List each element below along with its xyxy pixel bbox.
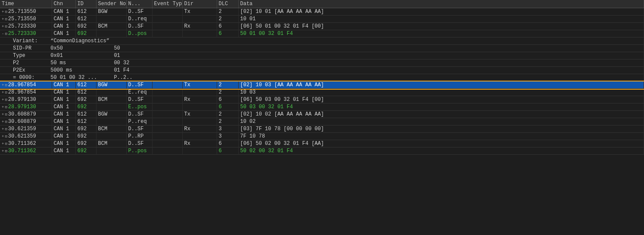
cell-time: -⊡25.723330 <box>0 30 52 38</box>
cell-sender: BCM <box>96 23 126 30</box>
col-n[interactable]: N... <box>126 0 152 8</box>
table-row[interactable]: +⊡28.967854 CAN 1 612 E..req 2 10 03 <box>0 89 644 96</box>
expand-icon[interactable]: + <box>2 98 4 102</box>
expand-icon[interactable]: + <box>2 113 4 117</box>
cell-event <box>152 8 182 16</box>
cell-data: 7F 10 78 <box>238 133 644 140</box>
cell-chn: CAN 1 <box>52 81 75 89</box>
cell-sender: BGW <box>96 81 126 89</box>
table-row[interactable]: +⊡25.713550 CAN 1 612 BGW D..SF Tx 2 [02… <box>0 8 644 16</box>
table-row[interactable]: P2 50 ms 00 32 <box>0 60 644 67</box>
cell-event <box>152 96 182 103</box>
table-row[interactable]: +⊡28.979130 CAN 1 692 E..pos 6 50 03 00 … <box>0 103 644 111</box>
cell-dir: Tx <box>182 8 217 16</box>
can-icon: ⊡ <box>5 120 7 124</box>
cell-n: D..pos <box>126 30 152 38</box>
table-row[interactable]: +⊡25.713550 CAN 1 612 D..req 2 10 01 <box>0 16 644 23</box>
cell-n: P..req <box>126 118 152 125</box>
can-icon: ⊡ <box>5 113 7 117</box>
cell-dlc: 2 <box>217 16 238 23</box>
cell-dlc: 2 <box>217 111 238 118</box>
table-row[interactable]: SID-PR 0x50 50 <box>0 45 644 52</box>
cell-n: D..SF <box>126 111 152 118</box>
col-sender[interactable]: Sender Node <box>96 0 126 8</box>
col-time[interactable]: Time <box>0 0 52 8</box>
cell-chn: CAN 1 <box>52 133 75 140</box>
table-row[interactable]: = 0000: 50 01 00 32 ... P..2.. <box>0 74 644 81</box>
cell-sender: BCM <box>96 96 126 103</box>
cell-id: 692 <box>75 23 96 30</box>
cell-dir: Rx <box>182 125 217 133</box>
cell-dir: Tx <box>182 81 217 89</box>
expand-icon[interactable]: + <box>2 127 4 132</box>
cell-n: D..SF <box>126 81 152 89</box>
cell-event <box>152 30 182 38</box>
table-row[interactable]: +⊡30.608879 CAN 1 612 BGW D..SF Tx 2 [02… <box>0 111 644 118</box>
table-row[interactable]: +⊡25.723330 CAN 1 692 BCM D..SF Rx 6 [06… <box>0 23 644 30</box>
expand-icon[interactable]: + <box>2 10 4 14</box>
cell-time: +⊡28.967854 <box>0 89 52 96</box>
expand-icon[interactable]: + <box>2 135 4 139</box>
table-row[interactable]: +⊡30.711362 CAN 1 692 P..pos 6 50 02 00 … <box>0 147 644 155</box>
cell-dlc: 6 <box>217 103 238 111</box>
expand-icon[interactable]: - <box>2 32 4 36</box>
main-table-container: Time Chn ID Sender Node N... Event Type … <box>0 0 644 235</box>
table-row[interactable]: Type 0x01 01 <box>0 52 644 60</box>
cell-sender <box>96 103 126 111</box>
cell-time: +⊡25.723330 <box>0 23 52 30</box>
table-row[interactable]: P2Ex 5000 ms 01 F4 <box>0 67 644 74</box>
cell-time: +⊡25.713550 <box>0 8 52 16</box>
cell-dir: Tx <box>182 111 217 118</box>
table-row[interactable]: +⊡28.979130 CAN 1 692 BCM D..SF Rx 6 [06… <box>0 96 644 103</box>
cell-dir <box>182 103 217 111</box>
cell-time: +⊡30.621359 <box>0 125 52 133</box>
cell-time: +⊡30.711362 <box>0 140 52 147</box>
expand-icon[interactable]: + <box>2 149 4 154</box>
table-row[interactable]: +⊡30.621359 CAN 1 692 BCM D..SF Rx 3 [03… <box>0 125 644 133</box>
table-row[interactable]: +⊡30.621359 CAN 1 692 P..RP 3 7F 10 78 <box>0 133 644 140</box>
cell-sender <box>96 89 126 96</box>
cell-dir <box>182 89 217 96</box>
cell-event <box>152 111 182 118</box>
cell-data: 10 01 <box>238 16 644 23</box>
cell-n: D..SF <box>126 96 152 103</box>
cell-data: [06] 50 01 00 32 01 F4 [00] <box>238 23 644 30</box>
cell-event <box>152 133 182 140</box>
cell-chn: CAN 1 <box>52 30 75 38</box>
cell-n: P..pos <box>126 147 152 155</box>
col-dir[interactable]: Dir <box>182 0 217 8</box>
cell-sender: BCM <box>96 125 126 133</box>
can-icon: ⊡ <box>5 135 7 139</box>
cell-chn: CAN 1 <box>52 16 75 23</box>
cell-chn: CAN 1 <box>52 8 75 16</box>
col-id[interactable]: ID <box>75 0 96 8</box>
expand-icon[interactable]: + <box>2 105 4 110</box>
cell-event <box>152 89 182 96</box>
cell-id: 692 <box>75 133 96 140</box>
cell-dlc: 6 <box>217 30 238 38</box>
expand-icon[interactable]: + <box>2 120 4 124</box>
detail-label: Variant: “CommonDiagnostics” <box>0 38 644 45</box>
expand-icon[interactable]: + <box>2 25 4 29</box>
expand-icon[interactable]: + <box>2 142 4 146</box>
cell-time: +⊡30.608879 <box>0 118 52 125</box>
cell-sender <box>96 147 126 155</box>
cell-id: 692 <box>75 96 96 103</box>
table-row[interactable]: +⊡30.711362 CAN 1 692 BCM D..SF Rx 6 [06… <box>0 140 644 147</box>
table-body: +⊡25.713550 CAN 1 612 BGW D..SF Tx 2 [02… <box>0 8 644 155</box>
table-row[interactable]: +⊡28.967854 CAN 1 612 BGW D..SF Tx 2 [02… <box>0 81 644 89</box>
expand-icon[interactable]: + <box>2 91 4 95</box>
cell-data: 10 03 <box>238 89 644 96</box>
cell-dlc: 3 <box>217 133 238 140</box>
table-row[interactable]: +⊡30.608879 CAN 1 612 P..req 2 10 02 <box>0 118 644 125</box>
col-dlc[interactable]: DLC <box>217 0 238 8</box>
col-data[interactable]: Data <box>238 0 644 8</box>
cell-sender <box>96 133 126 140</box>
col-event[interactable]: Event Type <box>152 0 182 8</box>
expand-icon[interactable]: + <box>2 17 4 22</box>
cell-dlc: 2 <box>217 118 238 125</box>
col-chn[interactable]: Chn <box>52 0 75 8</box>
table-row[interactable]: Variant: “CommonDiagnostics” <box>0 38 644 45</box>
expand-icon[interactable]: + <box>2 83 4 88</box>
table-row[interactable]: -⊡25.723330 CAN 1 692 D..pos 6 50 01 00 … <box>0 30 644 38</box>
